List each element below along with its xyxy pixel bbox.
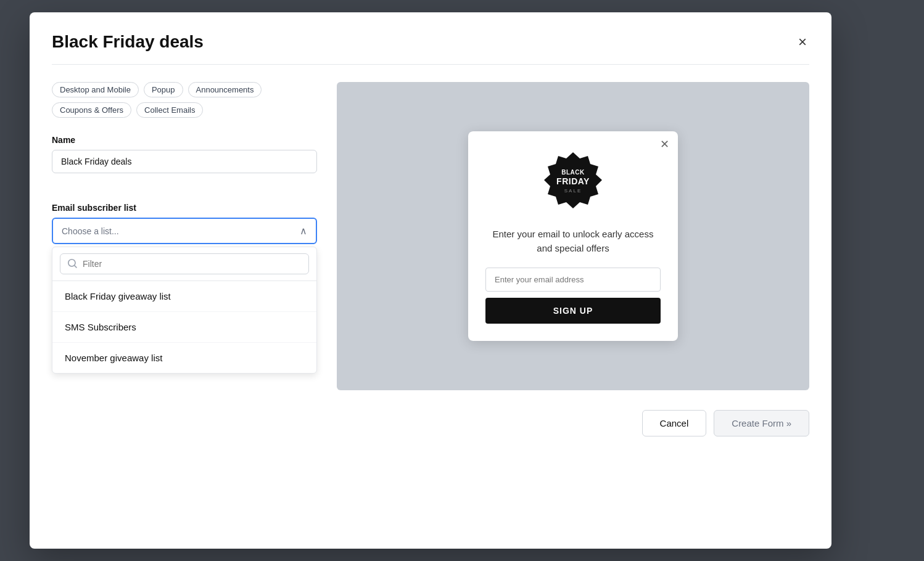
filter-input[interactable] xyxy=(83,259,301,269)
preview-email-input[interactable] xyxy=(485,268,661,292)
modal-close-button[interactable]: × xyxy=(796,32,809,52)
list-item[interactable]: November giveaway list xyxy=(52,343,316,373)
tag-coupons-offers: Coupons & Offers xyxy=(52,102,131,118)
subscriber-section: Email subscriber list Choose a list... xyxy=(52,203,317,374)
name-field-group: Name xyxy=(52,135,317,173)
filter-row xyxy=(52,247,316,281)
left-panel: Desktop and Mobile Popup Announcements C… xyxy=(52,82,317,390)
create-form-button[interactable]: Create Form » xyxy=(714,410,809,436)
svg-text:BLACK: BLACK xyxy=(561,169,585,176)
modal-title: Black Friday deals xyxy=(52,32,204,52)
tag-announcements: Announcements xyxy=(188,82,262,97)
cancel-button[interactable]: Cancel xyxy=(642,410,707,436)
modal-dialog: Black Friday deals × Desktop and Mobile … xyxy=(30,12,831,549)
tag-collect-emails: Collect Emails xyxy=(136,102,203,118)
tags-row: Desktop and Mobile Popup Announcements C… xyxy=(52,82,317,118)
preview-panel: ✕ BLACK FRIDAY SALE Enter your email to … xyxy=(337,82,809,390)
name-input[interactable] xyxy=(52,150,317,173)
name-field-label: Name xyxy=(52,135,317,145)
list-item[interactable]: SMS Subscribers xyxy=(52,312,316,343)
chevron-up-icon xyxy=(300,225,307,237)
list-item[interactable]: Black Friday giveaway list xyxy=(52,281,316,312)
search-icon xyxy=(68,259,78,269)
subscriber-dropdown[interactable]: Choose a list... xyxy=(52,218,317,244)
modal-body: Desktop and Mobile Popup Announcements C… xyxy=(52,82,809,390)
dropdown-menu: Black Friday giveaway list SMS Subscribe… xyxy=(52,247,317,374)
header-divider xyxy=(52,64,809,65)
modal-footer: Cancel Create Form » xyxy=(52,410,809,436)
svg-text:SALE: SALE xyxy=(564,188,582,194)
svg-text:FRIDAY: FRIDAY xyxy=(556,176,590,186)
filter-input-wrap xyxy=(60,253,309,274)
tag-popup: Popup xyxy=(144,82,183,97)
preview-popup: ✕ BLACK FRIDAY SALE Enter your email to … xyxy=(468,131,678,341)
signup-button[interactable]: SIGN UP xyxy=(485,298,661,324)
subscriber-label: Email subscriber list xyxy=(52,203,317,213)
black-friday-badge: BLACK FRIDAY SALE xyxy=(542,151,604,213)
modal-header: Black Friday deals × xyxy=(52,32,809,52)
tag-desktop-mobile: Desktop and Mobile xyxy=(52,82,139,97)
preview-description: Enter your email to unlock early access … xyxy=(485,227,661,255)
dropdown-placeholder: Choose a list... xyxy=(62,226,119,236)
preview-close-button[interactable]: ✕ xyxy=(660,139,669,150)
